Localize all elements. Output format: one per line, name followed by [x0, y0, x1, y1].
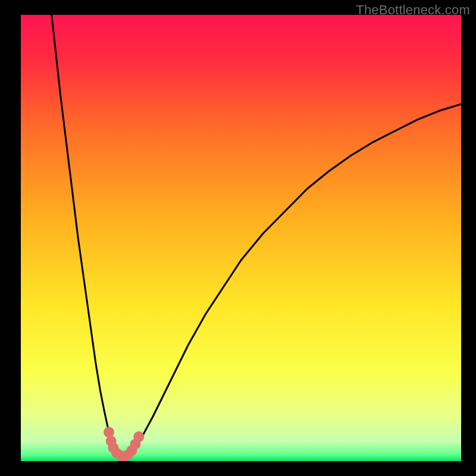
chart-svg	[21, 15, 461, 461]
marker-dot	[133, 431, 144, 442]
marker-dot	[104, 427, 114, 437]
chart-frame: TheBottleneck.com	[0, 0, 476, 476]
plot-area	[21, 15, 461, 461]
gradient-rect	[21, 15, 461, 461]
